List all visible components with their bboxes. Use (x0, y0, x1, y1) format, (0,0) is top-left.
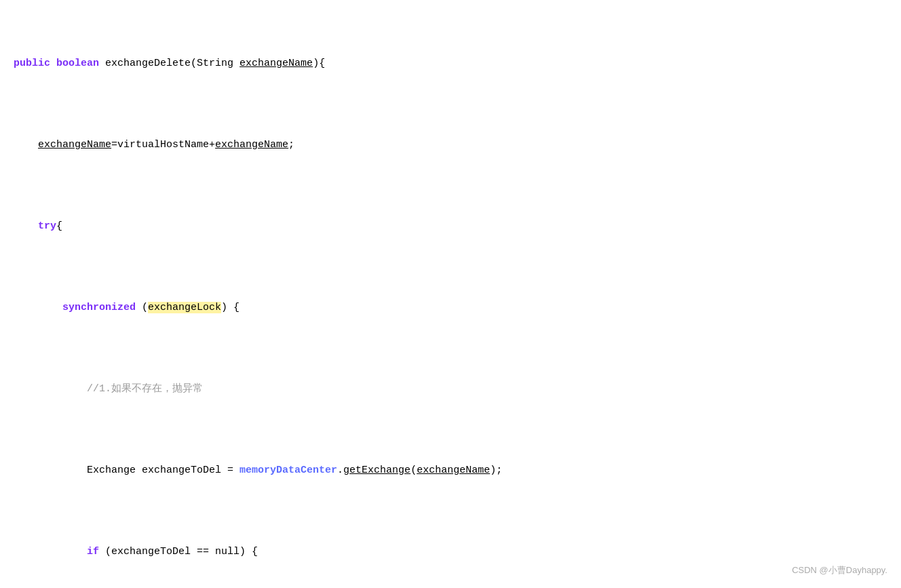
code-line-3: try{ (14, 218, 887, 235)
code-line-4: synchronized (exchangeLock) { (14, 300, 887, 316)
code-line-6: Exchange exchangeToDel = memoryDataCente… (14, 463, 887, 479)
code-block: public boolean exchangeDelete(String exc… (14, 7, 887, 588)
kw-boolean: boolean (56, 58, 99, 69)
watermark: CSDN @小曹Dayhappy. (792, 564, 887, 578)
kw-try: try (38, 220, 56, 232)
kw-synchronized: synchronized (62, 302, 136, 313)
code-line-7: if (exchangeToDel == null) { (14, 544, 887, 560)
code-line-1: public boolean exchangeDelete(String exc… (14, 56, 887, 72)
code-line-5: //1.如果不存在，抛异常 (14, 381, 887, 397)
kw-if-1: if (87, 546, 99, 557)
code-line-2: exchangeName=virtualHostName+exchangeNam… (14, 137, 887, 153)
memoryDataCenter-ref-1: memoryDataCenter (239, 465, 337, 476)
kw-public: public (14, 58, 50, 69)
